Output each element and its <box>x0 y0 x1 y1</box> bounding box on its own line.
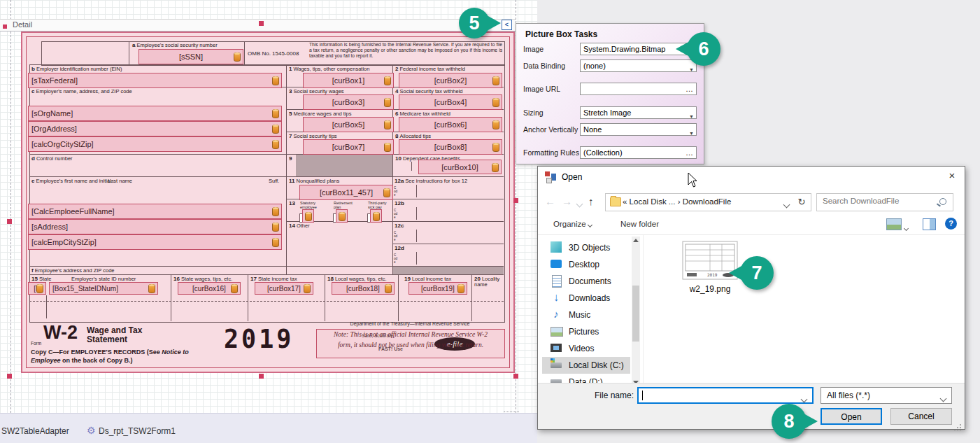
view-thumbnails-icon[interactable] <box>886 218 902 230</box>
report-designer-surface[interactable]: Detail aEmployee's social security numbe… <box>0 0 537 413</box>
field-curBox18[interactable]: [curBox18] <box>332 282 395 295</box>
preview-pane-icon[interactable] <box>923 218 936 230</box>
image-url-input[interactable]: … <box>580 83 697 95</box>
help-icon[interactable]: ? <box>945 218 957 230</box>
sizing-dropdown[interactable]: Stretch Image▼ <box>580 106 697 119</box>
field-box15-state[interactable]: [B <box>28 282 46 295</box>
open-file-dialog: Open × ← → ↑ « Local Disk ... › Download… <box>537 166 965 430</box>
field-curBox3[interactable]: [curBox3] <box>303 94 394 110</box>
sidebar-item-documents[interactable]: Documents <box>542 273 630 290</box>
box-text: Local income tax <box>412 276 451 282</box>
w2-picturebox-control[interactable]: aEmployee's social security number [sSSN… <box>21 31 515 373</box>
field-calcEmpCityStZip[interactable]: [calcEmpCityStZip] <box>28 234 282 250</box>
field-curBox19[interactable]: [curBox19] <box>409 282 467 295</box>
field-sOrgName[interactable]: [sOrgName] <box>28 106 282 121</box>
address-bar[interactable]: « Local Disk ... › DownloadFile <box>605 193 794 211</box>
scrollbar-thumb[interactable] <box>632 286 639 342</box>
sidebar-item-downloads[interactable]: ↓Downloads <box>542 290 630 307</box>
field-curBox6[interactable]: [curBox6] <box>399 117 502 132</box>
selection-handle-top[interactable] <box>259 21 264 26</box>
sidebar-item-3d-objects[interactable]: 3D Objects <box>542 239 630 256</box>
field-curBox8[interactable]: [curBox8] <box>399 139 502 155</box>
field-sSSN[interactable]: [sSSN] <box>139 49 243 64</box>
breadcrumb-root[interactable]: « Local Disk ... <box>623 197 675 206</box>
field-curBox16[interactable]: [curBox16] <box>178 282 241 295</box>
new-folder-button[interactable]: New folder <box>620 220 659 228</box>
detail-band-header[interactable]: Detail <box>0 19 516 31</box>
field-curBox4[interactable]: [curBox4] <box>399 94 502 110</box>
ellipsis-button[interactable]: … <box>686 147 694 159</box>
retirement-plan-checkbox[interactable] <box>336 209 350 223</box>
sidebar-label: Music <box>569 310 590 320</box>
view-chevron-icon[interactable] <box>904 223 908 232</box>
search-icon[interactable] <box>939 198 946 205</box>
field-curBox10[interactable]: [curBox10] <box>418 160 502 174</box>
box-text: Wages, tips, other compensation <box>293 66 369 72</box>
sidebar-item-videos[interactable]: Videos <box>542 340 630 357</box>
film-frame <box>553 346 559 350</box>
field-OrgAddress[interactable]: [OrgAddress] <box>28 121 282 136</box>
third-party-sick-pay-checkbox[interactable] <box>370 209 384 223</box>
selection-handle-bottom-right[interactable] <box>513 374 518 379</box>
breadcrumb-current[interactable]: DownloadFile <box>683 197 732 206</box>
scroll-up-icon[interactable] <box>633 239 639 242</box>
selection-handle-right[interactable] <box>513 198 518 203</box>
field-curBox2[interactable]: [curBox2] <box>399 73 502 88</box>
field-calcOrgCityStZip[interactable]: [calcOrgCityStZip] <box>28 136 282 152</box>
sidebar-separator <box>643 235 644 388</box>
open-button[interactable]: Open <box>821 408 882 425</box>
box-17-label: 17State income tax <box>250 276 315 282</box>
sidebar-item-pictures[interactable]: Pictures <box>542 323 630 340</box>
forward-icon[interactable]: → <box>562 195 572 207</box>
field-curBox1[interactable]: [curBox1] <box>303 73 394 88</box>
file-name-combobox[interactable] <box>637 387 814 404</box>
field-curBox5[interactable]: [curBox5] <box>303 117 394 132</box>
anchor-vertically-dropdown[interactable]: None▼ <box>580 123 697 136</box>
data-binding-dropdown[interactable]: (none)▼ <box>580 59 697 72</box>
file-type-dropdown[interactable]: All files (*.*) <box>821 387 952 404</box>
selection-handle-left[interactable] <box>7 219 12 224</box>
tray-item-dataset[interactable]: Ds_rpt_TSW2Form1 <box>99 426 176 436</box>
sidebar-item-local-disk-c[interactable]: Local Disk (C:) <box>542 357 630 374</box>
field-sTaxFederal[interactable]: [sTaxFederal] <box>28 73 282 88</box>
sidebar-label: Documents <box>569 276 611 286</box>
sidebar-scrollbar[interactable] <box>632 237 640 386</box>
field-curBox17[interactable]: [curBox17] <box>255 282 313 295</box>
formatting-rules-box[interactable]: (Collection)… <box>580 146 697 159</box>
ellipsis-button[interactable]: … <box>686 83 694 95</box>
chevron-down-icon[interactable]: ▼ <box>689 111 694 122</box>
statutory-employee-checkbox[interactable] <box>302 209 316 223</box>
checkbox-field <box>336 209 348 223</box>
cancel-button[interactable]: Cancel <box>890 408 952 425</box>
address-chevron-icon[interactable] <box>784 199 789 209</box>
selection-handle-bottom[interactable] <box>259 374 264 379</box>
chevron-down-icon[interactable] <box>802 394 807 404</box>
organize-menu[interactable]: Organize <box>553 220 592 228</box>
database-icon <box>492 98 499 107</box>
field-sAddress[interactable]: [sAddress] <box>28 219 282 234</box>
field-curBox7[interactable]: [curBox7] <box>303 139 394 155</box>
back-icon[interactable]: ← <box>545 195 555 207</box>
sidebar-item-desktop[interactable]: Desktop <box>542 256 630 273</box>
search-input[interactable] <box>821 196 936 206</box>
up-icon[interactable]: ↑ <box>588 195 594 207</box>
history-chevron-icon[interactable] <box>577 199 582 209</box>
chevron-down-icon[interactable]: ▼ <box>689 127 694 139</box>
resize-grip[interactable] <box>960 424 961 426</box>
field-CalcEmploeeFullName[interactable]: [CalcEmploeeFullName] <box>28 204 282 219</box>
box-number: 8 <box>395 133 398 139</box>
chevron-down-icon[interactable]: ▼ <box>689 64 694 76</box>
sidebar-item-music[interactable]: ♪Music <box>542 307 630 323</box>
search-box[interactable] <box>816 193 953 211</box>
selection-handle-bottom-left[interactable] <box>7 374 12 379</box>
field-curBox11-457[interactable]: [curBox11_457] <box>299 185 393 200</box>
perforation-line <box>29 301 504 302</box>
file-name-input[interactable] <box>641 389 795 400</box>
divider <box>325 274 325 321</box>
close-icon[interactable]: × <box>945 169 959 183</box>
box-6-label: 6Medicare tax withheld <box>395 111 502 117</box>
field-Box15-StateIDNum[interactable]: [Box15_StateIDNum] <box>49 282 158 295</box>
tray-item-tableadapter[interactable]: SW2TableAdapter <box>1 426 69 436</box>
dialog-titlebar[interactable]: Open × <box>538 167 965 188</box>
refresh-button[interactable]: ↻ <box>793 193 811 211</box>
